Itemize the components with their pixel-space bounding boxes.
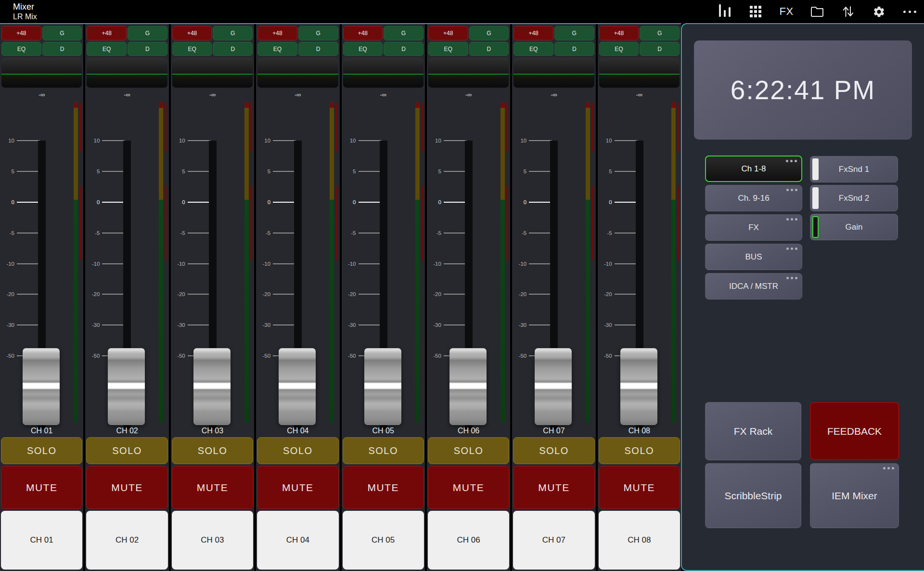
grid-view-icon[interactable]: [746, 2, 765, 21]
gain-button[interactable]: G: [384, 26, 424, 40]
fader-knob[interactable]: [108, 348, 145, 425]
gain-button[interactable]: G: [298, 26, 338, 40]
scribble-strip[interactable]: CH 06: [428, 511, 509, 570]
send-tab-gain[interactable]: Gain: [810, 214, 898, 240]
layer-tab-ch-9-16[interactable]: Ch. 9-16: [705, 185, 802, 211]
layer-tab-idca-mstr[interactable]: IDCA / MSTR: [705, 273, 802, 299]
dynamics-button[interactable]: D: [213, 42, 253, 56]
fader-scale-tick: -10: [258, 261, 296, 267]
eq-button[interactable]: EQ: [257, 42, 297, 56]
gain-button[interactable]: G: [42, 26, 82, 40]
eq-button[interactable]: EQ: [87, 42, 127, 56]
gain-button[interactable]: G: [554, 26, 594, 40]
layer-tab-ch-1-8[interactable]: Ch 1-8: [705, 156, 802, 182]
phantom-48v-button[interactable]: +48: [1, 26, 41, 40]
mute-button[interactable]: MUTE: [1, 466, 82, 509]
fader-knob[interactable]: [620, 348, 657, 425]
eq-curve-display[interactable]: [257, 58, 338, 88]
scribble-strip[interactable]: CH 01: [1, 511, 82, 570]
folder-icon[interactable]: [808, 2, 827, 21]
eq-button[interactable]: EQ: [1, 42, 41, 56]
send-tab-fxsnd-1[interactable]: FxSnd 1: [810, 156, 898, 182]
gain-button[interactable]: G: [640, 26, 680, 40]
fader-knob[interactable]: [535, 348, 572, 425]
mute-button[interactable]: MUTE: [343, 466, 424, 509]
dynamics-button[interactable]: D: [128, 42, 167, 56]
eq-curve-display[interactable]: [172, 58, 253, 88]
peak-meter-segment: [250, 186, 252, 260]
solo-button[interactable]: SOLO: [257, 437, 338, 464]
eq-button[interactable]: EQ: [428, 42, 468, 56]
solo-button[interactable]: SOLO: [599, 437, 680, 464]
fader-scale-tickline: [102, 324, 125, 325]
phantom-48v-button[interactable]: +48: [599, 26, 639, 40]
eq-curve-display[interactable]: [87, 58, 167, 88]
solo-button[interactable]: SOLO: [513, 437, 594, 464]
scribble-strip[interactable]: CH 03: [172, 511, 253, 570]
mute-button[interactable]: MUTE: [257, 466, 338, 509]
phantom-48v-button[interactable]: +48: [87, 26, 127, 40]
eq-button[interactable]: EQ: [599, 42, 639, 56]
phantom-48v-button[interactable]: +48: [513, 26, 553, 40]
dynamics-button[interactable]: D: [640, 42, 680, 56]
meters-icon[interactable]: [715, 2, 734, 21]
mute-button[interactable]: MUTE: [599, 466, 680, 509]
dynamics-button[interactable]: D: [384, 42, 424, 56]
layer-tab-bus[interactable]: BUS: [705, 244, 802, 270]
fx-icon[interactable]: FX: [777, 2, 796, 21]
solo-button[interactable]: SOLO: [172, 437, 253, 464]
fader-scale-tick: -30: [173, 322, 211, 328]
mute-button[interactable]: MUTE: [172, 466, 253, 509]
phantom-48v-button[interactable]: +48: [257, 26, 297, 40]
channel-strip-ch-03: +48GEQD-∞1050-5-10-20-30-50CH 03SOLOMUTE…: [171, 24, 254, 571]
eq-curve-display[interactable]: [513, 58, 594, 88]
send-tab-fxsnd-2[interactable]: FxSnd 2: [810, 185, 898, 211]
scribble-strip[interactable]: CH 05: [343, 511, 424, 570]
fx-rack-button[interactable]: FX Rack: [705, 402, 801, 460]
dynamics-button[interactable]: D: [554, 42, 594, 56]
scribble-strip[interactable]: CH 08: [599, 511, 680, 570]
scribblestrip-button[interactable]: ScribbleStrip: [705, 463, 801, 528]
phantom-48v-button[interactable]: +48: [172, 26, 212, 40]
eq-curve-display[interactable]: [428, 58, 509, 88]
layer-tab-fx[interactable]: FX: [705, 214, 802, 241]
solo-button[interactable]: SOLO: [1, 437, 82, 464]
eq-button[interactable]: EQ: [513, 42, 553, 56]
scribble-strip[interactable]: CH 07: [513, 511, 594, 570]
eq-button[interactable]: EQ: [172, 42, 212, 56]
scribble-strip[interactable]: CH 04: [257, 511, 338, 570]
solo-button[interactable]: SOLO: [343, 437, 424, 464]
sort-arrows-icon[interactable]: [838, 2, 858, 21]
solo-button[interactable]: SOLO: [428, 437, 509, 464]
phantom-48v-button[interactable]: +48: [428, 26, 468, 40]
more-options-icon[interactable]: [900, 2, 919, 21]
fader-knob[interactable]: [23, 348, 60, 425]
fader-scale-tick: 5: [87, 169, 125, 174]
gain-button[interactable]: G: [128, 26, 167, 40]
mute-button[interactable]: MUTE: [86, 466, 167, 509]
fader-knob[interactable]: [193, 348, 231, 425]
eq-curve-display[interactable]: [343, 58, 424, 88]
scribble-strip[interactable]: CH 02: [86, 511, 167, 570]
eq-curve-display[interactable]: [599, 58, 680, 88]
fader-scale-label: 0: [258, 199, 270, 205]
fader-knob[interactable]: [364, 348, 401, 425]
fader-knob[interactable]: [279, 348, 316, 425]
solo-button[interactable]: SOLO: [86, 437, 167, 464]
eq-curve-display[interactable]: [1, 58, 82, 88]
dynamics-button[interactable]: D: [42, 42, 82, 56]
eq-button[interactable]: EQ: [343, 42, 383, 56]
dynamics-button[interactable]: D: [298, 42, 338, 56]
layer-tab-label: Ch. 9-16: [738, 194, 769, 203]
fader-knob[interactable]: [449, 348, 487, 425]
phantom-48v-button[interactable]: +48: [343, 26, 383, 40]
mute-button[interactable]: MUTE: [513, 466, 594, 509]
settings-gear-icon[interactable]: [869, 2, 888, 21]
iem-mixer-button[interactable]: IEM Mixer: [810, 463, 899, 528]
dynamics-button[interactable]: D: [469, 42, 509, 56]
mute-button[interactable]: MUTE: [428, 466, 509, 509]
channel-strip-ch-05: +48GEQD-∞1050-5-10-20-30-50CH 05SOLOMUTE…: [342, 24, 425, 571]
gain-button[interactable]: G: [213, 26, 253, 40]
feedback-button[interactable]: FEEDBACK: [810, 402, 899, 460]
gain-button[interactable]: G: [469, 26, 509, 40]
